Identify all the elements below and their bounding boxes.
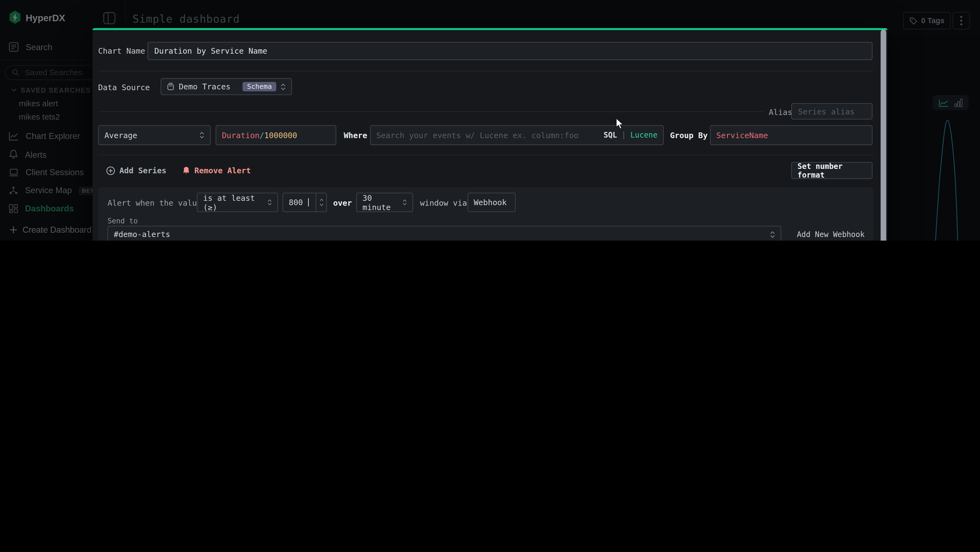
alert-window-select[interactable]: 30 minute	[356, 193, 413, 212]
chevron-updown-icon	[267, 199, 272, 206]
spinner-down-icon	[319, 203, 323, 206]
bell-icon	[182, 166, 190, 175]
lucene-toggle[interactable]: Lucene	[630, 131, 658, 139]
modal-scrollbar[interactable]	[881, 29, 886, 241]
chevron-updown-icon	[199, 131, 204, 139]
expression-value: 1000000	[264, 131, 297, 140]
sql-toggle[interactable]: SQL	[603, 131, 617, 139]
send-to-select[interactable]: #demo-alerts	[108, 226, 781, 241]
expression-operator: /	[259, 131, 264, 140]
alias-label: Alias	[769, 108, 792, 117]
alert-config-panel: Alert when the value is at least (≥) 800…	[98, 187, 873, 241]
mouse-cursor	[616, 118, 624, 130]
edit-chart-modal: Chart Name Data Source Demo Traces Schem…	[92, 28, 888, 241]
alert-condition-select[interactable]: is at least (≥)	[197, 193, 278, 212]
data-source-value: Demo Traces	[179, 82, 239, 91]
add-new-webhook-button[interactable]: Add New Webhook	[797, 230, 865, 239]
where-label: Where	[344, 131, 367, 140]
where-placeholder: Search your events w/ Lucene ex. column:…	[376, 131, 599, 140]
chart-name-label: Chart Name	[98, 46, 145, 56]
chevron-updown-icon	[281, 83, 286, 91]
data-source-label: Data Source	[98, 83, 150, 92]
set-number-format-button[interactable]: Set number format	[791, 162, 872, 179]
chart-name-input[interactable]	[148, 42, 872, 60]
text-caret	[308, 198, 309, 206]
number-spinner[interactable]	[315, 193, 326, 211]
send-to-label: Send to	[108, 216, 138, 225]
expression-field: Duration	[222, 131, 259, 140]
alert-threshold-input[interactable]: 800	[283, 193, 327, 212]
alert-channel-select[interactable]: Webhook	[468, 193, 515, 212]
spinner-up-icon	[319, 198, 323, 201]
series-alias-input[interactable]	[791, 103, 872, 120]
over-label: over	[333, 198, 352, 207]
data-source-select[interactable]: Demo Traces Schema	[161, 78, 292, 95]
expression-input[interactable]: Duration/1000000	[216, 125, 336, 145]
divider	[98, 155, 873, 155]
divider	[98, 70, 873, 71]
aggregation-select[interactable]: Average	[98, 125, 210, 145]
chevron-updown-icon	[402, 199, 407, 206]
alert-prefix-label: Alert when the value	[108, 198, 202, 207]
group-by-label: Group By	[670, 131, 708, 140]
group-by-input[interactable]: ServiceName	[710, 125, 872, 145]
remove-alert-button[interactable]: Remove Alert	[182, 166, 251, 175]
chevron-updown-icon	[770, 230, 775, 238]
via-label: window via	[420, 198, 467, 207]
add-series-button[interactable]: Add Series	[106, 166, 166, 175]
app-root: Simple dashboard 0 Tags 10:35:00 AM Hype…	[0, 0, 980, 241]
series-divider	[98, 112, 764, 112]
database-icon	[167, 83, 175, 91]
plus-circle-icon	[106, 166, 115, 175]
schema-badge: Schema	[243, 82, 276, 91]
